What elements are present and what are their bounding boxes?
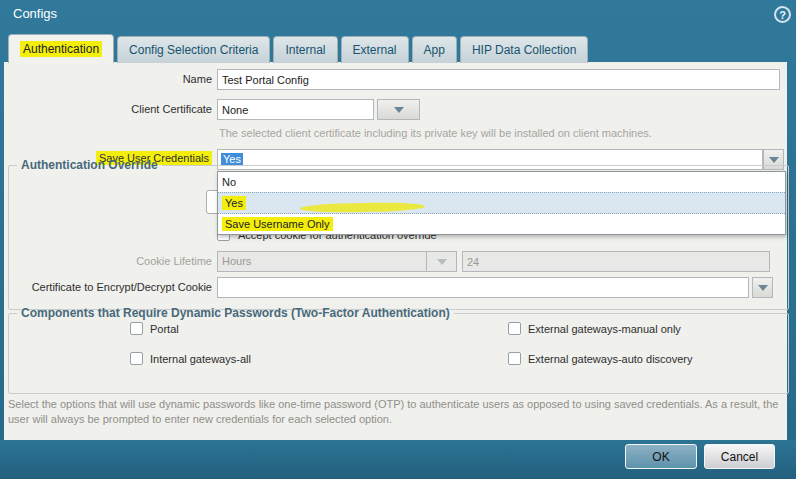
dialog-title: Configs (13, 6, 57, 21)
dropdown-option-save-username-only[interactable]: Save Username Only (218, 214, 785, 234)
tab-authentication[interactable]: Authentication (8, 34, 114, 63)
cookie-lifetime-value-input (462, 251, 770, 272)
cancel-button[interactable]: Cancel (704, 444, 775, 469)
name-input[interactable] (217, 69, 780, 90)
client-certificate-label: Client Certificate (6, 103, 212, 115)
cookie-lifetime-dropdown-button (426, 251, 457, 272)
two-factor-legend: Components that Require Dynamic Password… (17, 306, 454, 320)
cookie-lifetime-label: Cookie Lifetime (6, 255, 212, 267)
chevron-down-icon (437, 259, 447, 265)
client-certificate-hint: The selected client certificate includin… (219, 127, 652, 139)
checkbox-internal-gateways-all-label: Internal gateways-all (150, 353, 251, 365)
dropdown-option-yes[interactable]: Yes (218, 192, 785, 214)
configs-dialog: Configs ? Authentication Config Selectio… (0, 0, 796, 479)
tab-bar: Authentication Config Selection Criteria… (8, 34, 588, 63)
cert-cookie-dropdown-button[interactable] (752, 277, 773, 298)
footer-note: Select the options that will use dynamic… (8, 397, 786, 427)
checkbox-external-gateways-auto-discovery[interactable] (508, 352, 521, 365)
chevron-down-icon (758, 285, 768, 291)
ok-button[interactable]: OK (625, 444, 697, 469)
save-user-credentials-dropdown: No Yes Save Username Only (217, 171, 786, 235)
tab-app[interactable]: App (412, 36, 457, 63)
client-certificate-input[interactable] (217, 99, 374, 120)
cert-cookie-input[interactable] (217, 277, 749, 298)
help-icon[interactable]: ? (774, 6, 791, 23)
checkbox-external-gateways-manual-only-label: External gateways-manual only (528, 323, 681, 335)
tab-external[interactable]: External (341, 36, 409, 63)
name-label: Name (6, 73, 212, 85)
checkbox-portal[interactable] (130, 322, 143, 335)
tab-internal[interactable]: Internal (273, 36, 337, 63)
checkbox-internal-gateways-all[interactable] (130, 352, 143, 365)
checkbox-external-gateways-manual-only[interactable] (508, 322, 521, 335)
two-factor-fieldset: Components that Require Dynamic Password… (8, 306, 789, 394)
cert-cookie-label: Certificate to Encrypt/Decrypt Cookie (6, 281, 212, 293)
footer-bar: OK Cancel (0, 440, 796, 479)
checkbox-external-gateways-auto-discovery-label: External gateways-auto discovery (528, 353, 692, 365)
tab-config-selection-criteria[interactable]: Config Selection Criteria (117, 36, 270, 63)
dropdown-option-no[interactable]: No (218, 172, 785, 192)
tab-hip-data-collection[interactable]: HIP Data Collection (460, 36, 589, 63)
authentication-override-legend: Authentication Override (17, 158, 162, 172)
cookie-lifetime-unit-select: Hours (217, 251, 427, 272)
client-certificate-dropdown-button[interactable] (377, 99, 420, 120)
chevron-down-icon (394, 107, 404, 113)
checkbox-portal-label: Portal (150, 323, 179, 335)
